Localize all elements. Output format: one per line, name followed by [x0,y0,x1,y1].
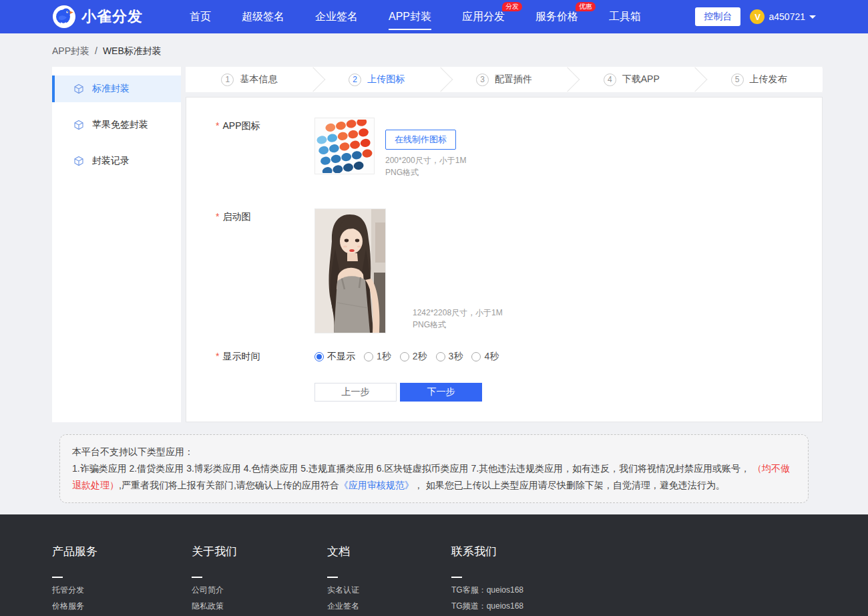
radio-2s[interactable]: 2秒 [400,351,427,363]
footer-col-title: 联系我们 [451,544,569,559]
required-asterisk: * [216,351,219,361]
display-time-row: *显示时间 不显示 1秒 2秒 [216,348,822,363]
nav-item-super-sign[interactable]: 超级签名 [242,0,284,33]
package-icon [73,84,84,94]
next-step-button[interactable]: 下一步 [400,383,482,402]
footer-link-enterprise-sign[interactable]: 企业签名 [327,602,451,610]
launch-image-photo [315,209,385,333]
step-number: 2 [349,73,361,86]
radio-label: 不显示 [327,351,355,363]
footer-link-realname-auth[interactable]: 实名认证 [327,586,451,594]
field-label: 启动图 [222,211,250,222]
app-icon-side: 在线制作图标 200*200尺寸，小于1M PNG格式 [385,118,466,178]
footer-link-company-intro[interactable]: 公司简介 [192,586,327,594]
nav-item-enterprise-sign[interactable]: 企业签名 [315,0,358,33]
footer-col-contact: 联系我们 TG客服：queios168 TG频道：queios168 合作邮箱：… [451,544,569,616]
hint-size: 200*200尺寸，小于1M [385,154,466,166]
main-layout: 标准封装 苹果免签封装 封装记录 1 基本信息 2 上传图标 [0,67,868,422]
username: a450721 [769,11,805,22]
app-icon-label: *APP图标 [216,118,314,178]
footer: 产品服务 托管分发 价格服务 建议和反馈 关于我们 公司简介 隐私政策 服务协议… [0,514,868,616]
prev-step-button[interactable]: 上一步 [314,383,397,402]
footer-link-privacy-policy[interactable]: 隐私政策 [192,602,327,610]
breadcrumb: APP封装 / WEB标准封装 [0,33,868,67]
divider [52,577,63,578]
footer-link-price-service[interactable]: 价格服务 [52,602,192,610]
sidebar-item-package-records[interactable]: 封装记录 [52,148,181,174]
discount-badge: 优惠 [576,2,596,11]
radio-icon [314,352,324,361]
launch-image-label: *启动图 [216,208,314,333]
top-navbar: 小雀分发 首页 超级签名 企业签名 APP封装 应用分发 分发 服务价格 优惠 … [0,0,868,33]
step-download-app: 4 下载APP [568,73,695,86]
launch-image-side: 1242*2208尺寸，小于1M PNG格式 [413,307,503,331]
step-upload-icon: 2 上传图标 [313,73,441,86]
app-icon-hint: 200*200尺寸，小于1M PNG格式 [385,154,466,178]
chevron-right-icon [300,67,325,92]
console-button[interactable]: 控制台 [695,7,740,26]
radio-3s[interactable]: 3秒 [436,351,463,363]
launch-image-preview[interactable] [314,208,386,333]
nav-item-home[interactable]: 首页 [190,0,211,33]
footer-col-products: 产品服务 托管分发 价格服务 建议和反馈 [52,544,192,616]
distribute-badge: 分发 [502,2,522,11]
step-upload-publish: 5 上传发布 [695,73,823,86]
notice-text: ， 如果您已上传以上类型应用请尽快删除下架，自觉清理，避免违法行为。 [414,480,725,490]
nav-menu: 首页 超级签名 企业签名 APP封装 应用分发 分发 服务价格 优惠 工具箱 [190,0,641,33]
step-config-plugin: 3 配置插件 [441,73,568,86]
divider [451,577,462,578]
display-time-options: 不显示 1秒 2秒 3秒 [314,348,499,363]
nav-item-app-distribute[interactable]: 应用分发 分发 [462,0,505,33]
footer-contact-tg-support: TG客服：queios168 [451,586,569,594]
package-icon [73,120,84,130]
nav-item-app-package[interactable]: APP封装 [389,0,431,33]
divider [192,577,202,578]
footer-columns: 产品服务 托管分发 价格服务 建议和反馈 关于我们 公司简介 隐私政策 服务协议… [52,544,816,616]
upload-icon-form: *APP图标 在线制作图标 [186,97,823,422]
step-number: 5 [731,73,744,86]
logo-text: 小雀分发 [81,7,143,27]
user-menu[interactable]: V a450721 [750,9,816,24]
nav-item-label: 应用分发 [462,11,505,22]
breadcrumb-parent[interactable]: APP封装 [52,45,89,57]
footer-link-hosted-distribution[interactable]: 托管分发 [52,586,192,594]
step-label: 配置插件 [495,73,532,86]
footer-col-docs: 文档 实名认证 企业签名 打包APP [327,544,451,616]
logo[interactable]: 小雀分发 [52,5,143,29]
required-asterisk: * [216,120,219,131]
display-time-label: *显示时间 [216,348,314,363]
make-icon-online-button[interactable]: 在线制作图标 [385,130,456,150]
footer-col-title: 文档 [327,544,451,559]
hint-format: PNG格式 [385,166,466,178]
nav-item-pricing[interactable]: 服务价格 优惠 [535,0,578,33]
app-icon-row: *APP图标 在线制作图标 [216,118,822,178]
radio-label: 4秒 [484,351,499,363]
step-label: 上传发布 [750,73,787,86]
chevron-right-icon [683,67,708,92]
radio-icon [400,352,409,361]
radio-1s[interactable]: 1秒 [364,351,391,363]
footer-col-title: 关于我们 [192,544,327,559]
chevron-right-icon [556,67,580,92]
radio-4s[interactable]: 4秒 [471,351,499,363]
review-spec-link[interactable]: 《应用审核规范》 [339,480,414,490]
nav-right: 控制台 V a450721 [695,7,816,26]
radio-icon [436,352,445,361]
chevron-right-icon [811,67,823,92]
sidebar-item-standard-package[interactable]: 标准封装 [52,75,181,102]
required-asterisk: * [216,211,219,222]
breadcrumb-current: WEB标准封装 [103,45,162,57]
chevron-right-icon [428,67,453,92]
nav-item-toolbox[interactable]: 工具箱 [609,0,641,33]
footer-contact-tg-channel: TG频道：queios168 [451,602,569,610]
app-icon-preview[interactable] [314,118,375,174]
breadcrumb-separator: / [95,45,97,57]
radio-label: 1秒 [377,351,391,363]
field-label: 显示时间 [222,351,260,361]
divider [327,577,338,578]
radio-no-display[interactable]: 不显示 [314,351,355,363]
nav-item-label: 服务价格 [535,11,578,22]
sidebar-item-apple-nosign-package[interactable]: 苹果免签封装 [52,112,181,138]
step-label: 基本信息 [240,73,277,86]
radio-icon [471,352,481,361]
